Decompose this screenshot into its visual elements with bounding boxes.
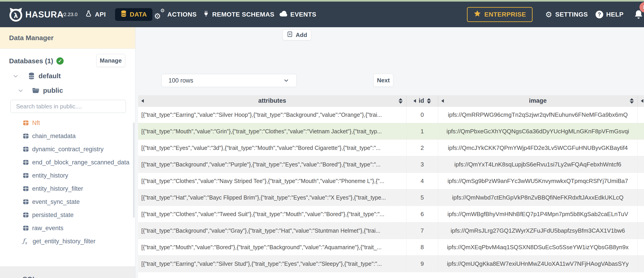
brand-name[interactable]: HASURA xyxy=(25,10,64,19)
sidebar-table-chain_metadata[interactable]: chain_metadata xyxy=(0,129,135,143)
chevron-down-icon[interactable] xyxy=(18,87,24,93)
hasura-logo-icon[interactable]: λ xyxy=(8,7,24,22)
cell-id[interactable]: 4 xyxy=(406,173,438,189)
sidebar-table-dynamic_contract_registry[interactable]: dynamic_contract_registry xyxy=(0,143,135,156)
table-row[interactable]: [{"trait_type":"Background","value":"Gra… xyxy=(138,222,644,239)
cell-partial[interactable] xyxy=(638,206,644,222)
nav-events[interactable]: EVENTS xyxy=(279,11,316,18)
table-row[interactable]: [{"trait_type":"Mouth","value":"Bored"},… xyxy=(138,239,644,255)
cell-attributes[interactable]: [{"trait_type":"Clothes","value":"Navy S… xyxy=(138,173,406,189)
cell-attributes[interactable]: [{"trait_type":" xyxy=(138,272,406,278)
nav-actions[interactable]: ⚙⚙ ACTIONS xyxy=(154,10,197,19)
table-row[interactable]: [{"trait_type":"Clothes","value":"Navy S… xyxy=(138,173,644,189)
table-row[interactable]: [{"trait_type":"Mouth","value":"Grin"},{… xyxy=(138,123,644,140)
cell-image[interactable]: ipfs://QmcJYkCKK7QPmYWjp4FD2e3Lv5WCGFuHN… xyxy=(438,140,638,156)
cell-image[interactable]: ipfs://QmPbxeGcXhYQQNgsC6a36dDyYUcHgMLnG… xyxy=(438,123,638,140)
data-manager-header: Data Manager xyxy=(0,27,135,49)
sidebar-table-persisted_state[interactable]: persisted_state xyxy=(0,208,135,222)
cell-partial[interactable] xyxy=(638,239,644,255)
nav-data[interactable]: DATA xyxy=(115,8,152,21)
column-header-id[interactable]: id xyxy=(406,95,438,106)
nav-remote-schemas[interactable]: REMOTE SCHEMAS xyxy=(203,10,274,19)
table-row[interactable]: [{"trait_type":"Earring","value":"Silver… xyxy=(138,255,644,272)
cell-image[interactable]: ipfs://QmRsJLrg27GQ1ZWyrXZFuJFdU5bapfzsy… xyxy=(438,222,638,239)
next-page-button[interactable]: Next xyxy=(374,74,393,87)
cell-partial[interactable] xyxy=(638,123,644,140)
chevron-down-icon[interactable] xyxy=(13,73,18,79)
cell-attributes[interactable]: [{"trait_type":"Eyes","value":"3d"},{"tr… xyxy=(138,140,406,156)
cell-partial[interactable] xyxy=(638,255,644,272)
cell-attributes[interactable]: [{"trait_type":"Hat","value":"Bayc Flipp… xyxy=(138,189,406,206)
collapse-column-icon[interactable] xyxy=(141,99,144,103)
table-row-partial[interactable]: [{"trait_type":" xyxy=(138,272,644,278)
sidebar-table-Nft[interactable]: Nft xyxy=(0,116,135,129)
enterprise-button[interactable]: ENTERPRISE xyxy=(467,7,532,22)
table-row[interactable]: [{"trait_type":"Background","value":"Pur… xyxy=(138,156,644,173)
tree-node-database[interactable]: default xyxy=(13,72,61,80)
sidebar-table-raw_events[interactable]: raw_events xyxy=(0,222,135,235)
cell-attributes[interactable]: [{"trait_type":"Earring","value":"Silver… xyxy=(138,107,406,123)
cell-id[interactable]: 5 xyxy=(406,189,438,206)
cell-image[interactable]: ipfs://QmXEqPbvM4aq1SQSXN8DSuEcSo5SseYW1… xyxy=(438,239,638,255)
cell-attributes[interactable]: [{"trait_type":"Clothes","value":"Tweed … xyxy=(138,206,406,222)
sidebar-table-event_sync_state[interactable]: event_sync_state xyxy=(0,195,135,208)
cell-partial[interactable] xyxy=(638,189,644,206)
cell-partial[interactable] xyxy=(638,156,644,173)
cell-id[interactable]: 2 xyxy=(406,140,438,156)
cell-id[interactable]: 9 xyxy=(406,255,438,272)
add-row-button[interactable]: Add xyxy=(282,30,311,40)
cell-id[interactable]: 3 xyxy=(406,156,438,173)
cell-id[interactable] xyxy=(406,272,438,278)
table-row[interactable]: [{"trait_type":"Clothes","value":"Tweed … xyxy=(138,206,644,222)
sort-icon[interactable] xyxy=(398,98,402,104)
sidebar-table-entity_history[interactable]: entity_history xyxy=(0,169,135,182)
nav-help[interactable]: ? HELP xyxy=(596,11,624,18)
cell-attributes[interactable]: [{"trait_type":"Background","value":"Gra… xyxy=(138,222,406,239)
cell-attributes[interactable]: [{"trait_type":"Mouth","value":"Grin"},{… xyxy=(138,123,406,140)
table-row[interactable]: [{"trait_type":"Eyes","value":"3d"},{"tr… xyxy=(138,140,644,156)
sidebar-function-get_entity_history_filter[interactable]: ƒxget_entity_history_filter xyxy=(0,235,135,248)
sql-section[interactable]: SQL xyxy=(0,266,135,278)
cell-partial[interactable] xyxy=(638,222,644,239)
search-tables-input[interactable] xyxy=(10,100,126,113)
collapse-column-icon[interactable] xyxy=(641,99,643,103)
tree-node-schema[interactable]: public xyxy=(18,87,63,94)
cell-partial[interactable] xyxy=(638,140,644,156)
nav-settings[interactable]: ⚙ SETTINGS xyxy=(545,11,588,18)
sort-icon[interactable] xyxy=(427,98,431,104)
column-header-attributes[interactable]: attributes xyxy=(138,95,406,106)
collapse-column-icon[interactable] xyxy=(441,99,444,103)
rows-per-page-select[interactable]: 100 rows xyxy=(162,74,297,87)
cell-partial[interactable] xyxy=(638,272,644,278)
cell-id[interactable]: 7 xyxy=(406,222,438,239)
column-header-partial[interactable] xyxy=(638,95,644,106)
cell-partial[interactable] xyxy=(638,173,644,189)
cell-attributes[interactable]: [{"trait_type":"Background","value":"Pur… xyxy=(138,156,406,173)
cell-id[interactable]: 1 xyxy=(406,123,438,140)
cell-image[interactable]: ipfs://QmSg9bPzW9anFYc3wWU5KnvymwkxQTpmq… xyxy=(438,173,638,189)
table-row[interactable]: [{"trait_type":"Hat","value":"Bayc Flipp… xyxy=(138,189,644,206)
sort-icon[interactable] xyxy=(630,98,634,104)
notifications-bell[interactable]: 8 xyxy=(634,9,644,20)
sidebar-table-end_of_block_range_scanned_data[interactable]: end_of_block_range_scanned_data xyxy=(0,156,135,169)
collapse-column-icon[interactable] xyxy=(414,99,416,103)
cell-id[interactable]: 0 xyxy=(406,107,438,123)
cell-id[interactable]: 6 xyxy=(406,206,438,222)
cell-image[interactable]: ipfs://QmNwbd7ctEhGpVkP8nZvBBQfiNeFKRdxf… xyxy=(438,189,638,206)
table-row[interactable]: [{"trait_type":"Earring","value":"Silver… xyxy=(138,107,644,123)
column-header-image[interactable]: image xyxy=(438,95,638,106)
cell-image[interactable]: ipfs://QmWBgfBhyVmHNhBfEQ7p1P4Mpn7pm5b8K… xyxy=(438,206,638,222)
cell-image[interactable]: ipfs://QmUQgKka8EW7exiUHnMwZ4UoXA11wV7NF… xyxy=(438,255,638,272)
nav-api[interactable]: API xyxy=(85,10,106,19)
nav-remote-schemas-label: REMOTE SCHEMAS xyxy=(212,11,274,18)
cell-partial[interactable] xyxy=(638,107,644,123)
cell-attributes[interactable]: [{"trait_type":"Earring","value":"Silver… xyxy=(138,255,406,272)
manage-button[interactable]: Manage xyxy=(96,54,125,67)
cell-id[interactable]: 8 xyxy=(406,239,438,255)
sidebar-scrollbar[interactable] xyxy=(133,122,135,218)
cell-image[interactable]: ipfs://QmYxT4LnK8sqLupjbS6eRvu1si7Ly2wFQ… xyxy=(438,156,638,173)
cell-image[interactable]: ipfs://QmRRPWG96cmgTn2qSzjwr2qvfNEuhunv6… xyxy=(438,107,638,123)
sidebar-table-entity_history_filter[interactable]: entity_history_filter xyxy=(0,182,135,195)
cell-attributes[interactable]: [{"trait_type":"Mouth","value":"Bored"},… xyxy=(138,239,406,255)
cell-image[interactable] xyxy=(438,272,638,278)
